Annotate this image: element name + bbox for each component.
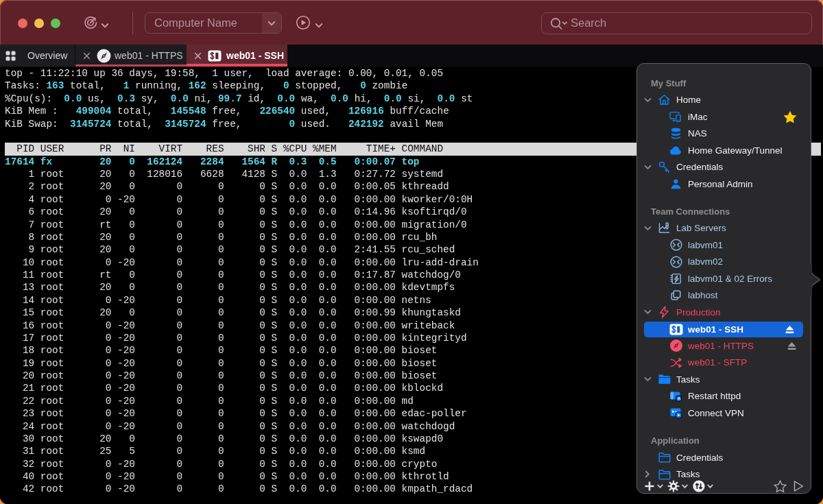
svg-text:A: A bbox=[678, 396, 680, 400]
